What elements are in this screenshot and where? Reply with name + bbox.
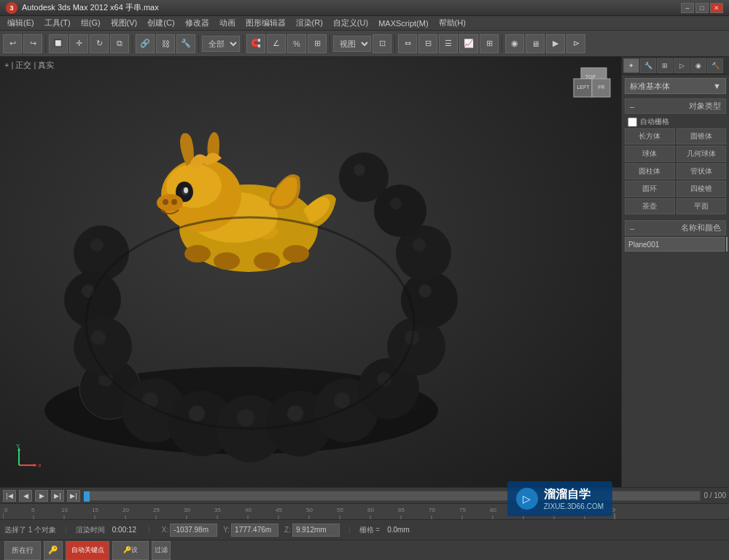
scene-content — [0, 57, 621, 487]
watermark-text: 溜溜自学 — [544, 487, 604, 502]
menu-item-e[interactable]: 编辑(E) — [3, 16, 39, 30]
pyramid-button[interactable]: 四棱锥 — [677, 181, 727, 197]
cone-button[interactable]: 圆锥体 — [677, 128, 727, 144]
timeline-thumb[interactable] — [84, 491, 90, 502]
rotate-button[interactable]: ↻ — [90, 34, 109, 53]
svg-point-34 — [184, 245, 211, 262]
menu-item-u[interactable]: 自定义(U) — [329, 16, 373, 30]
geometry-type-dropdown[interactable]: 标准基本体 ▼ — [625, 78, 726, 94]
set-key-button[interactable]: 🔑设 — [112, 541, 149, 560]
named-selection-button[interactable]: ⊡ — [373, 34, 391, 53]
svg-text:70: 70 — [429, 507, 435, 513]
timeline-play-button[interactable]: ▶ — [35, 490, 48, 502]
svg-point-19 — [418, 284, 432, 298]
filter-dropdown[interactable]: 全部 — [202, 36, 240, 52]
frame-ruler: 0 5 10 15 20 25 30 35 40 45 50 55 — [0, 503, 729, 519]
panel-tab-create[interactable]: ✦ — [623, 58, 639, 73]
auto-grid-checkbox[interactable] — [628, 117, 637, 127]
menu-item-t[interactable]: 工具(T) — [40, 16, 75, 30]
align-button[interactable]: ⊟ — [418, 34, 437, 53]
render-setup-button[interactable]: 🖥 — [526, 34, 545, 53]
view-dropdown[interactable]: 视图 — [333, 36, 371, 52]
z-input[interactable] — [292, 524, 340, 537]
box-button[interactable]: 长方体 — [625, 128, 675, 144]
color-swatch[interactable] — [726, 237, 728, 252]
panel-tab-hierarchy[interactable]: ⊞ — [657, 58, 673, 73]
svg-text:25: 25 — [153, 507, 160, 513]
curve-editor-button[interactable]: 📈 — [459, 34, 478, 53]
percent-snap-button[interactable]: % — [287, 34, 306, 53]
unlink-button[interactable]: ⛓ — [156, 34, 175, 53]
ruler-marks: 0 5 10 15 20 25 30 35 40 45 50 55 — [3, 504, 726, 519]
timeline-end-button[interactable]: ▶| — [67, 490, 80, 502]
menu-item-r[interactable]: 渲染(R) — [292, 16, 327, 30]
select-info: 选择了 1 个对象 — [4, 525, 56, 535]
layer-manager-button[interactable]: ☰ — [439, 34, 458, 53]
tube-button[interactable]: 管状体 — [677, 163, 727, 179]
nav-cube[interactable]: TOP LEFT FR — [570, 64, 614, 108]
material-editor-button[interactable]: ◉ — [505, 34, 524, 53]
svg-point-30 — [74, 317, 132, 376]
sphere-button[interactable]: 球体 — [625, 146, 675, 162]
minimize-button[interactable]: – — [681, 3, 694, 13]
app-icon: 3 — [6, 2, 17, 14]
svg-text:20: 20 — [122, 507, 129, 513]
panel-tab-motion[interactable]: ▷ — [674, 58, 690, 73]
timeline-start-button[interactable]: |◀ — [3, 490, 16, 502]
separator-3: | — [348, 526, 351, 534]
svg-text:30: 30 — [184, 507, 190, 513]
svg-point-23 — [390, 198, 402, 209]
menu-item-g[interactable]: 组(G) — [77, 16, 105, 30]
maximize-button[interactable]: □ — [695, 3, 709, 13]
link-button[interactable]: 🔗 — [136, 34, 155, 53]
auto-key-button[interactable]: 自动关键点 — [66, 541, 109, 560]
menu-item-[interactable]: 动画 — [215, 16, 240, 30]
toolbar-separator-6 — [394, 35, 395, 52]
grid-val: 0.0mm — [387, 526, 410, 534]
redo-button[interactable]: ↪ — [23, 34, 42, 53]
watermark: ▷ 溜溜自学 ZIXUE.3D66.COM — [507, 481, 612, 516]
undo-button[interactable]: ↩ — [3, 34, 22, 53]
scale-button[interactable]: ⧉ — [110, 34, 129, 53]
svg-text:55: 55 — [337, 507, 343, 513]
viewport-label: + | 正交 | 真实 — [4, 60, 54, 71]
viewport[interactable]: + | 正交 | 真实 — [0, 57, 621, 487]
menu-item-c[interactable]: 创建(C) — [143, 16, 179, 30]
svg-point-42 — [184, 187, 188, 193]
close-button[interactable]: ✕ — [710, 3, 723, 13]
angle-snap-button[interactable]: ∠ — [267, 34, 286, 53]
x-input[interactable] — [170, 524, 217, 537]
svg-point-11 — [287, 405, 303, 421]
teapot-button[interactable]: 茶壶 — [625, 198, 675, 214]
key-filter-button[interactable]: 过滤 — [152, 541, 171, 560]
cylinder-button[interactable]: 圆柱体 — [625, 163, 675, 179]
panel-tab-modify[interactable]: 🔧 — [640, 58, 656, 73]
menu-item-v[interactable]: 视图(V) — [106, 16, 142, 30]
timeline-area: |◀ ◀ ▶ ▶| ▶| 0 / 100 — [0, 487, 729, 503]
mirror-button[interactable]: ⇔ — [398, 34, 417, 53]
torus-button[interactable]: 圆环 — [625, 181, 675, 197]
geosphere-button[interactable]: 几何球体 — [677, 146, 727, 162]
select-button[interactable]: 🔲 — [49, 34, 68, 53]
panel-tab-display[interactable]: ◉ — [690, 58, 706, 73]
key-mode-button[interactable]: 🔑 — [44, 541, 63, 560]
menu-item-h[interactable]: 帮助(H) — [434, 16, 470, 30]
render-last-button[interactable]: ⊳ — [566, 34, 585, 53]
timeline-next-button[interactable]: ▶| — [51, 490, 64, 502]
menu-item-maxscriptm[interactable]: MAXScript(M) — [374, 18, 432, 29]
render-button[interactable]: ▶ — [546, 34, 565, 53]
svg-text:X: X — [38, 462, 41, 469]
spinner-snap-button[interactable]: ⊞ — [308, 34, 327, 53]
all-button[interactable]: 所在行 — [4, 541, 41, 560]
object-name-input[interactable] — [625, 237, 725, 252]
schematic-button[interactable]: ⊞ — [480, 34, 499, 53]
timeline-prev-button[interactable]: ◀ — [19, 490, 32, 502]
y-input[interactable] — [231, 524, 278, 537]
plane-button[interactable]: 平面 — [677, 198, 727, 214]
move-button[interactable]: ✛ — [69, 34, 88, 53]
panel-tab-utilities[interactable]: 🔨 — [707, 58, 723, 73]
snap-button[interactable]: 🧲 — [246, 34, 265, 53]
bind-button[interactable]: 🔧 — [176, 34, 195, 53]
menu-item-[interactable]: 修改器 — [181, 16, 214, 30]
menu-item-[interactable]: 图形编辑器 — [241, 16, 290, 30]
